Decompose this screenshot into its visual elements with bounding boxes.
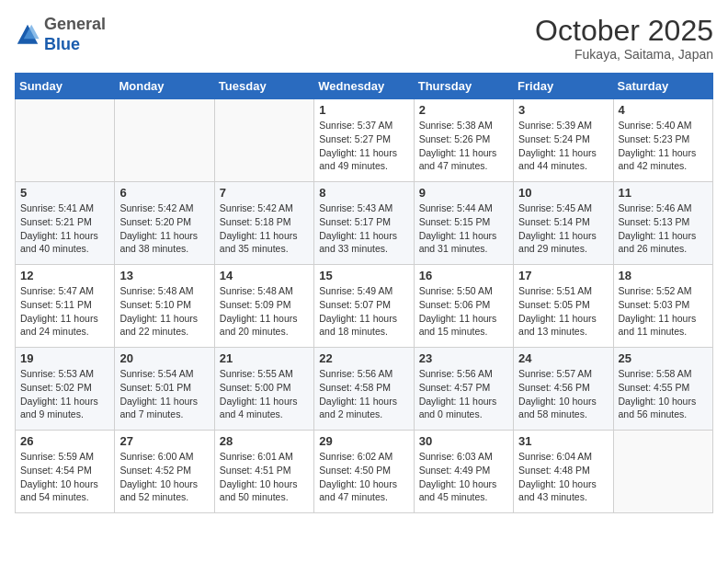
day-number: 29 <box>319 434 408 448</box>
calendar-cell: 13Sunrise: 5:48 AMSunset: 5:10 PMDayligh… <box>115 265 214 348</box>
day-number: 8 <box>319 186 408 200</box>
day-info: Sunrise: 5:38 AMSunset: 5:26 PMDaylight:… <box>419 119 508 173</box>
day-info: Sunrise: 5:54 AMSunset: 5:01 PMDaylight:… <box>119 367 209 421</box>
weekday-header-friday: Friday <box>514 74 613 99</box>
calendar-cell: 29Sunrise: 6:02 AMSunset: 4:50 PMDayligh… <box>314 431 414 513</box>
day-number: 9 <box>419 186 508 200</box>
location-subtitle: Fukaya, Saitama, Japan <box>535 47 713 62</box>
calendar-cell: 3Sunrise: 5:39 AMSunset: 5:24 PMDaylight… <box>514 99 613 182</box>
day-info: Sunrise: 5:48 AMSunset: 5:09 PMDaylight:… <box>220 284 309 339</box>
calendar-cell: 16Sunrise: 5:50 AMSunset: 5:06 PMDayligh… <box>414 265 513 348</box>
day-number: 10 <box>518 186 608 200</box>
day-info: Sunrise: 5:42 AMSunset: 5:20 PMDaylight:… <box>119 201 209 256</box>
calendar-cell: 6Sunrise: 5:42 AMSunset: 5:20 PMDaylight… <box>115 182 214 265</box>
day-number: 20 <box>119 351 209 365</box>
day-number: 4 <box>619 103 708 117</box>
calendar-cell: 10Sunrise: 5:45 AMSunset: 5:14 PMDayligh… <box>514 182 613 265</box>
day-number: 6 <box>119 186 209 200</box>
day-number: 31 <box>518 434 608 448</box>
logo-icon <box>15 22 40 48</box>
day-info: Sunrise: 5:39 AMSunset: 5:24 PMDaylight:… <box>518 119 608 173</box>
day-number: 25 <box>619 351 708 365</box>
weekday-header-thursday: Thursday <box>414 74 513 99</box>
calendar-cell: 1Sunrise: 5:37 AMSunset: 5:27 PMDaylight… <box>314 99 414 182</box>
day-number: 15 <box>319 269 408 282</box>
logo: General Blue <box>15 15 106 54</box>
calendar-cell <box>115 99 214 182</box>
page-header: General Blue October 2025 Fukaya, Saitam… <box>15 15 713 62</box>
day-number: 22 <box>319 351 408 365</box>
day-info: Sunrise: 5:42 AMSunset: 5:18 PMDaylight:… <box>220 201 309 256</box>
day-number: 12 <box>20 269 109 282</box>
calendar-cell: 2Sunrise: 5:38 AMSunset: 5:26 PMDaylight… <box>414 99 513 182</box>
calendar-cell: 7Sunrise: 5:42 AMSunset: 5:18 PMDaylight… <box>214 182 313 265</box>
calendar-cell: 22Sunrise: 5:56 AMSunset: 4:58 PMDayligh… <box>314 348 414 431</box>
day-number: 16 <box>419 269 508 282</box>
day-number: 3 <box>518 103 608 117</box>
calendar-cell: 31Sunrise: 6:04 AMSunset: 4:48 PMDayligh… <box>514 431 613 513</box>
calendar-week-1: 1Sunrise: 5:37 AMSunset: 5:27 PMDaylight… <box>16 99 713 182</box>
day-info: Sunrise: 5:45 AMSunset: 5:14 PMDaylight:… <box>518 201 608 256</box>
calendar-cell: 15Sunrise: 5:49 AMSunset: 5:07 PMDayligh… <box>314 265 414 348</box>
calendar-cell: 9Sunrise: 5:44 AMSunset: 5:15 PMDaylight… <box>414 182 513 265</box>
day-info: Sunrise: 5:46 AMSunset: 5:13 PMDaylight:… <box>619 201 708 256</box>
weekday-header-saturday: Saturday <box>613 74 712 99</box>
weekday-header-wednesday: Wednesday <box>314 74 414 99</box>
day-info: Sunrise: 6:04 AMSunset: 4:48 PMDaylight:… <box>518 450 608 504</box>
calendar-cell: 20Sunrise: 5:54 AMSunset: 5:01 PMDayligh… <box>115 348 214 431</box>
day-number: 11 <box>619 186 708 200</box>
day-number: 2 <box>419 103 508 117</box>
weekday-header-sunday: Sunday <box>16 74 115 99</box>
calendar-cell: 27Sunrise: 6:00 AMSunset: 4:52 PMDayligh… <box>115 431 214 513</box>
day-info: Sunrise: 5:52 AMSunset: 5:03 PMDaylight:… <box>619 284 708 339</box>
day-number: 14 <box>220 269 309 282</box>
day-info: Sunrise: 5:44 AMSunset: 5:15 PMDaylight:… <box>419 201 508 256</box>
calendar-cell: 17Sunrise: 5:51 AMSunset: 5:05 PMDayligh… <box>514 265 613 348</box>
calendar-week-4: 19Sunrise: 5:53 AMSunset: 5:02 PMDayligh… <box>16 348 713 431</box>
calendar-cell: 28Sunrise: 6:01 AMSunset: 4:51 PMDayligh… <box>214 431 313 513</box>
day-number: 5 <box>20 186 109 200</box>
day-info: Sunrise: 5:57 AMSunset: 4:56 PMDaylight:… <box>518 367 608 421</box>
day-info: Sunrise: 5:55 AMSunset: 5:00 PMDaylight:… <box>220 367 309 421</box>
day-number: 28 <box>220 434 309 448</box>
logo-blue-text: Blue <box>44 35 80 53</box>
day-info: Sunrise: 6:03 AMSunset: 4:49 PMDaylight:… <box>419 450 508 504</box>
day-info: Sunrise: 5:37 AMSunset: 5:27 PMDaylight:… <box>319 119 408 173</box>
calendar-cell <box>613 431 712 513</box>
calendar-cell: 30Sunrise: 6:03 AMSunset: 4:49 PMDayligh… <box>414 431 513 513</box>
weekday-header-row: SundayMondayTuesdayWednesdayThursdayFrid… <box>16 74 713 99</box>
day-info: Sunrise: 5:51 AMSunset: 5:05 PMDaylight:… <box>518 284 608 339</box>
day-number: 27 <box>119 434 209 448</box>
day-info: Sunrise: 5:49 AMSunset: 5:07 PMDaylight:… <box>319 284 408 339</box>
day-info: Sunrise: 5:48 AMSunset: 5:10 PMDaylight:… <box>119 284 209 339</box>
day-info: Sunrise: 5:56 AMSunset: 4:58 PMDaylight:… <box>319 367 408 421</box>
day-number: 13 <box>119 269 209 282</box>
calendar-cell <box>16 99 115 182</box>
day-number: 21 <box>220 351 309 365</box>
calendar-cell: 25Sunrise: 5:58 AMSunset: 4:55 PMDayligh… <box>613 348 712 431</box>
calendar-cell: 8Sunrise: 5:43 AMSunset: 5:17 PMDaylight… <box>314 182 414 265</box>
day-number: 18 <box>619 269 708 282</box>
calendar-cell: 14Sunrise: 5:48 AMSunset: 5:09 PMDayligh… <box>214 265 313 348</box>
day-number: 26 <box>20 434 109 448</box>
day-info: Sunrise: 5:59 AMSunset: 4:54 PMDaylight:… <box>20 450 109 504</box>
calendar-week-3: 12Sunrise: 5:47 AMSunset: 5:11 PMDayligh… <box>16 265 713 348</box>
day-number: 24 <box>518 351 608 365</box>
day-info: Sunrise: 6:02 AMSunset: 4:50 PMDaylight:… <box>319 450 408 504</box>
calendar-cell: 4Sunrise: 5:40 AMSunset: 5:23 PMDaylight… <box>613 99 712 182</box>
day-info: Sunrise: 5:56 AMSunset: 4:57 PMDaylight:… <box>419 367 508 421</box>
calendar-cell: 11Sunrise: 5:46 AMSunset: 5:13 PMDayligh… <box>613 182 712 265</box>
weekday-header-tuesday: Tuesday <box>214 74 313 99</box>
day-number: 1 <box>319 103 408 117</box>
calendar-cell <box>214 99 313 182</box>
day-number: 19 <box>20 351 109 365</box>
day-number: 17 <box>518 269 608 282</box>
day-info: Sunrise: 5:58 AMSunset: 4:55 PMDaylight:… <box>619 367 708 421</box>
month-title: October 2025 <box>535 15 713 47</box>
calendar-cell: 23Sunrise: 5:56 AMSunset: 4:57 PMDayligh… <box>414 348 513 431</box>
day-number: 7 <box>220 186 309 200</box>
logo-general-text: General <box>44 15 106 33</box>
calendar-week-2: 5Sunrise: 5:41 AMSunset: 5:21 PMDaylight… <box>16 182 713 265</box>
day-info: Sunrise: 5:43 AMSunset: 5:17 PMDaylight:… <box>319 201 408 256</box>
weekday-header-monday: Monday <box>115 74 214 99</box>
